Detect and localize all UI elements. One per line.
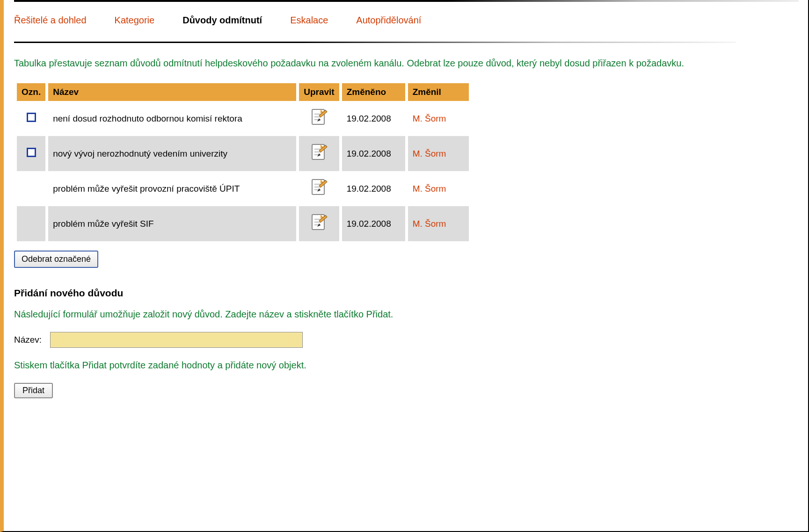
- edit-icon[interactable]: [309, 178, 329, 200]
- row-name: problém může vyřešit provozní pracoviště…: [48, 171, 296, 206]
- row-changed-by[interactable]: M. Šorm: [413, 184, 446, 194]
- remove-selected-button[interactable]: Odebrat označené: [14, 251, 98, 268]
- edit-icon[interactable]: [309, 143, 329, 165]
- header-zmenil: Změnil: [408, 83, 469, 101]
- row-name: problém může vyřešit SIF: [48, 206, 296, 241]
- tab-2[interactable]: Důvody odmítnutí: [182, 15, 262, 26]
- row-changed-date: 19.02.2008: [342, 206, 405, 241]
- name-field-label: Název:: [14, 335, 42, 345]
- reasons-table: Ozn. Název Upravit Změněno Změnil není d…: [14, 83, 472, 241]
- row-changed-date: 19.02.2008: [342, 101, 405, 136]
- table-row: nový vývoj nerozhodnutý vedením univerzi…: [17, 136, 469, 171]
- add-form-row: Název:: [14, 332, 799, 348]
- row-changed-date: 19.02.2008: [342, 136, 405, 171]
- row-changed-date: 19.02.2008: [342, 171, 405, 206]
- tab-bar: Řešitelé a dohledKategorieDůvody odmítnu…: [14, 15, 799, 26]
- header-nazev: Název: [48, 83, 296, 101]
- intro-text: Tabulka přestavuje seznam důvodů odmítnu…: [14, 56, 799, 70]
- add-section-heading: Přidání nového důvodu: [14, 288, 799, 299]
- row-checkbox[interactable]: [27, 148, 36, 157]
- header-ozn: Ozn.: [17, 83, 45, 101]
- table-row: není dosud rozhodnuto odbornou komisí re…: [17, 101, 469, 136]
- row-changed-by[interactable]: M. Šorm: [413, 114, 446, 123]
- row-name: není dosud rozhodnuto odbornou komisí re…: [48, 101, 296, 136]
- tab-3[interactable]: Eskalace: [290, 15, 328, 26]
- add-section-desc2: Stiskem tlačítka Přidat potvrdíte zadané…: [14, 360, 799, 371]
- row-checkbox[interactable]: [27, 113, 36, 122]
- add-section-desc1: Následující formulář umožňuje založit no…: [14, 309, 799, 320]
- add-button[interactable]: Přidat: [14, 383, 53, 398]
- row-changed-by[interactable]: M. Šorm: [413, 149, 446, 158]
- row-name: nový vývoj nerozhodnutý vedením univerzi…: [48, 136, 296, 171]
- tab-0[interactable]: Řešitelé a dohled: [14, 15, 87, 26]
- table-row: problém může vyřešit SIF19.02.2008M. Šor…: [17, 206, 469, 241]
- header-upravit: Upravit: [299, 83, 339, 101]
- row-changed-by[interactable]: M. Šorm: [413, 219, 446, 229]
- edit-icon[interactable]: [309, 108, 329, 129]
- edit-icon[interactable]: [309, 213, 329, 235]
- section-separator: [14, 42, 736, 43]
- table-row: problém může vyřešit provozní pracoviště…: [17, 171, 469, 206]
- name-input[interactable]: [50, 332, 303, 348]
- top-separator: [14, 0, 799, 2]
- tab-4[interactable]: Autopřidělování: [356, 15, 421, 26]
- table-header-row: Ozn. Název Upravit Změněno Změnil: [17, 83, 469, 101]
- header-zmeneno: Změněno: [342, 83, 405, 101]
- page-container: Řešitelé a dohledKategorieDůvody odmítnu…: [0, 0, 809, 532]
- tab-1[interactable]: Kategorie: [115, 15, 155, 26]
